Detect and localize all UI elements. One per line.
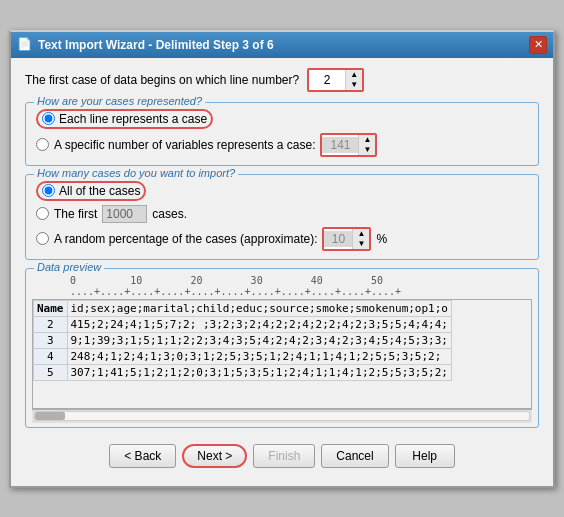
- close-button[interactable]: ✕: [529, 36, 547, 54]
- line-number-spinner[interactable]: 2 ▲ ▼: [307, 68, 364, 92]
- first-n-suffix: cases.: [152, 207, 187, 221]
- row-data: id;sex;age;marital;child;educ;source;smo…: [67, 300, 452, 316]
- button-bar: < Back Next > Finish Cancel Help: [25, 438, 539, 476]
- spinner-down[interactable]: ▼: [346, 80, 362, 90]
- row-data: 248;4;1;2;4;1;3;0;3;1;2;5;3;5;1;2;4;1;1;…: [67, 348, 452, 364]
- row-number: Name: [34, 300, 68, 316]
- specific-vars-label[interactable]: A specific number of variables represent…: [54, 138, 315, 152]
- pct-spinner-up[interactable]: ▲: [353, 229, 369, 239]
- table-row: 5307;1;41;5;1;2;1;2;0;3;1;5;3;5;1;2;4;1;…: [34, 364, 452, 380]
- data-preview-section: Data preview 0 10 20 30 40 50 ....+....+…: [25, 268, 539, 428]
- row-number: 2: [34, 316, 68, 332]
- first-n-label[interactable]: The first: [54, 207, 97, 221]
- main-window: 📄 Text Import Wizard - Delimited Step 3 …: [9, 30, 555, 488]
- vars-spinner-arrows: ▲ ▼: [358, 135, 375, 155]
- first-n-radio[interactable]: [36, 207, 49, 220]
- all-cases-highlighted: All of the cases: [36, 181, 146, 201]
- scrollbar-track: [34, 411, 530, 421]
- table-row: 4248;4;1;2;4;1;3;0;3;1;2;5;3;5;1;2;4;1;1…: [34, 348, 452, 364]
- vars-spinner[interactable]: 141 ▲ ▼: [320, 133, 377, 157]
- finish-button[interactable]: Finish: [253, 444, 315, 468]
- next-button[interactable]: Next >: [182, 444, 247, 468]
- vars-spinner-down[interactable]: ▼: [359, 145, 375, 155]
- line-number-input[interactable]: 2: [309, 72, 345, 88]
- preview-title: Data preview: [34, 261, 104, 273]
- each-line-label[interactable]: Each line represents a case: [59, 112, 207, 126]
- pct-spinner[interactable]: 10 ▲ ▼: [322, 227, 371, 251]
- vars-spinner-up[interactable]: ▲: [359, 135, 375, 145]
- all-cases-row: All of the cases: [36, 181, 528, 201]
- row-data: 307;1;41;5;1;2;1;2;0;3;1;5;3;5;1;2;4;1;1…: [67, 364, 452, 380]
- import-cases-group: How many cases do you want to import? Al…: [25, 174, 539, 260]
- help-button[interactable]: Help: [395, 444, 455, 468]
- back-button[interactable]: < Back: [109, 444, 176, 468]
- first-n-input[interactable]: 1000: [102, 205, 147, 223]
- spinner-arrows: ▲ ▼: [345, 70, 362, 90]
- cancel-button[interactable]: Cancel: [321, 444, 388, 468]
- row-data: 415;2;24;4;1;5;7;2; ;3;2;3;2;4;2;2;4;2;2…: [67, 316, 452, 332]
- row-data: 9;1;39;3;1;5;1;1;2;2;3;4;3;5;4;2;4;2;3;4…: [67, 332, 452, 348]
- each-line-row: Each line represents a case: [36, 109, 528, 129]
- all-cases-radio[interactable]: [42, 184, 55, 197]
- each-line-highlighted: Each line represents a case: [36, 109, 213, 129]
- table-row: 2415;2;24;4;1;5;7;2; ;3;2;3;2;4;2;2;4;2;…: [34, 316, 452, 332]
- vars-input[interactable]: 141: [322, 137, 358, 153]
- window-title: Text Import Wizard - Delimited Step 3 of…: [38, 38, 274, 52]
- title-bar-left: 📄 Text Import Wizard - Delimited Step 3 …: [17, 37, 274, 53]
- each-line-radio[interactable]: [42, 112, 55, 125]
- pct-input[interactable]: 10: [324, 231, 352, 247]
- horizontal-scrollbar[interactable]: [32, 409, 532, 423]
- line-number-label: The first case of data begins on which l…: [25, 73, 299, 87]
- line-number-row: The first case of data begins on which l…: [25, 68, 539, 92]
- table-row: Nameid;sex;age;marital;child;educ;source…: [34, 300, 452, 316]
- first-n-row: The first 1000 cases.: [36, 205, 528, 223]
- specific-vars-radio[interactable]: [36, 138, 49, 151]
- random-pct-label[interactable]: A random percentage of the cases (approx…: [54, 232, 317, 246]
- dialog-content: The first case of data begins on which l…: [11, 58, 553, 486]
- random-pct-row: A random percentage of the cases (approx…: [36, 227, 528, 251]
- all-cases-label[interactable]: All of the cases: [59, 184, 140, 198]
- row-number: 3: [34, 332, 68, 348]
- cases-group-title: How are your cases represented?: [34, 95, 205, 107]
- pct-spinner-arrows: ▲ ▼: [352, 229, 369, 249]
- spinner-up[interactable]: ▲: [346, 70, 362, 80]
- data-table: Nameid;sex;age;marital;child;educ;source…: [33, 300, 452, 381]
- cases-represented-group: How are your cases represented? Each lin…: [25, 102, 539, 166]
- row-number: 5: [34, 364, 68, 380]
- scrollbar-thumb: [35, 412, 65, 420]
- import-group-title: How many cases do you want to import?: [34, 167, 238, 179]
- data-table-wrapper: Nameid;sex;age;marital;child;educ;source…: [32, 299, 532, 409]
- random-pct-radio[interactable]: [36, 232, 49, 245]
- specific-vars-row: A specific number of variables represent…: [36, 133, 528, 157]
- row-number: 4: [34, 348, 68, 364]
- table-row: 39;1;39;3;1;5;1;1;2;2;3;4;3;5;4;2;4;2;3;…: [34, 332, 452, 348]
- data-table-scroll[interactable]: Nameid;sex;age;marital;child;educ;source…: [33, 300, 531, 408]
- pct-spinner-down[interactable]: ▼: [353, 239, 369, 249]
- window-icon: 📄: [17, 37, 33, 53]
- ruler: 0 10 20 30 40 50 ....+....+....+....+...…: [32, 275, 532, 297]
- title-bar: 📄 Text Import Wizard - Delimited Step 3 …: [11, 32, 553, 58]
- pct-suffix: %: [376, 232, 387, 246]
